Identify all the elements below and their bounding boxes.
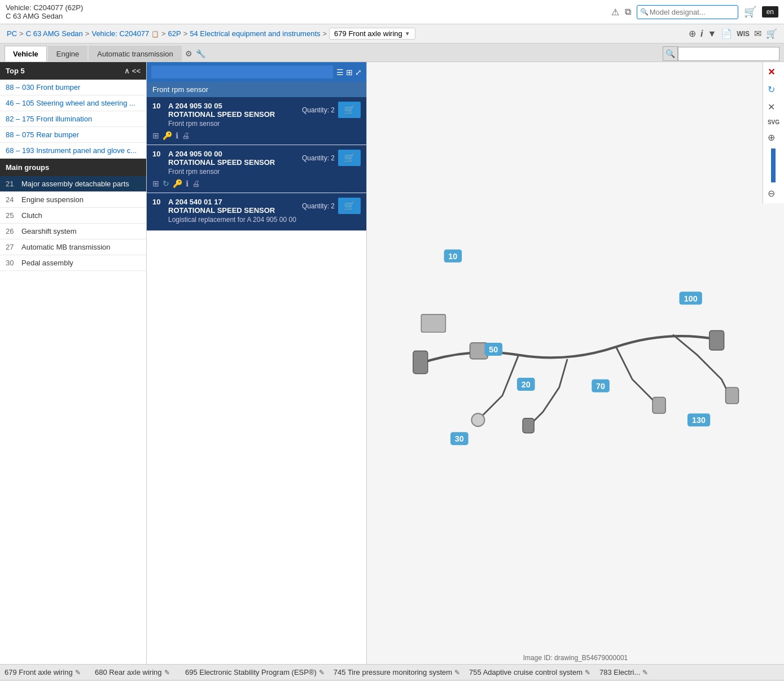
group-item-30[interactable]: 30 Pedal assembly (0, 255, 146, 271)
diagram-refresh-icon[interactable]: ↻ (765, 82, 782, 97)
diagram-zoom-out-icon[interactable]: ⊖ (765, 186, 782, 201)
header-cart-icon[interactable]: 🛒 (744, 6, 756, 18)
diagram-area: ✕ ↻ ✕ SVG ⊕ ⊖ (367, 62, 784, 664)
breadcrumb-dropdown-icon[interactable]: ▼ (405, 30, 410, 37)
thumbnails-section: 679 Front axle wiring ✎ 680 Rear axle wi… (0, 664, 784, 681)
diagram-svg-icon[interactable]: SVG (765, 117, 782, 128)
print-icon-2[interactable]: 🖨 (192, 179, 200, 188)
wrench-icon[interactable]: 🔧 (196, 49, 205, 58)
warning-icon[interactable]: ⚠ (611, 7, 619, 18)
edit-icon-680[interactable]: ✎ (164, 669, 170, 676)
top5-header: Top 5 ∧ << (0, 62, 146, 80)
tab-engine[interactable]: Engine (48, 46, 87, 62)
info-icon[interactable]: i (700, 29, 703, 39)
top5-item-5[interactable]: 68 – 193 Instrument panel and glove c... (0, 143, 146, 159)
part-item-1[interactable]: 10 A 204 905 30 05 ROTATIONAL SPEED SENS… (147, 97, 366, 145)
zoom-in-icon[interactable]: ⊕ (689, 28, 696, 39)
top5-item-2[interactable]: 46 – 105 Steering wheel and steering ... (0, 95, 146, 111)
breadcrumb-toolbar: ⊕ i ▼ 📄 WIS ✉ 🛒 (689, 28, 777, 39)
diagram-close-btn[interactable]: ✕ (765, 64, 782, 80)
edit-icon-783[interactable]: ✎ (642, 669, 648, 676)
part-item-3[interactable]: 10 A 204 540 01 17 ROTATIONAL SPEED SENS… (147, 193, 366, 231)
collapse-icons[interactable]: ∧ << (124, 67, 141, 75)
key-icon-2[interactable]: 🔑 (173, 179, 182, 188)
svg-text:70: 70 (596, 382, 605, 391)
thumbnail-label-680[interactable]: 680 Rear axle wiring ✎ (90, 667, 181, 678)
svg-rect-0 (413, 351, 428, 373)
top5-item-3[interactable]: 82 – 175 Front illumination (0, 111, 146, 127)
filter-icon[interactable]: ▼ (707, 29, 716, 39)
settings-icon[interactable]: ⚙ (185, 49, 192, 58)
edit-icon-745[interactable]: ✎ (454, 669, 460, 676)
wis-icon[interactable]: WIS (737, 30, 750, 38)
tab-auto-trans[interactable]: Automatic transmission (89, 46, 181, 62)
expand-icon[interactable]: ⤢ (355, 68, 362, 77)
parts-list: ☰ ⊞ ⤢ Front rpm sensor 10 A 204 905 30 0… (147, 62, 367, 664)
breadcrumb-model[interactable]: C 63 AMG Sedan (26, 29, 83, 38)
info-icon-1[interactable]: ℹ (176, 131, 178, 140)
svg-text:50: 50 (489, 345, 498, 354)
svg-rect-4 (523, 418, 534, 433)
header-search-container: 🔍 (637, 5, 738, 19)
mail-icon[interactable]: ✉ (754, 28, 761, 39)
parts-search-input[interactable] (151, 66, 333, 78)
thumbnail-label-755[interactable]: 755 Adaptive cruise control system ✎ (465, 667, 595, 678)
copy-icon[interactable]: ⧉ (625, 7, 631, 17)
diagram-zoom-in-icon[interactable]: ⊕ (765, 130, 782, 145)
thumbnail-label-695[interactable]: 695 Electronic Stability Program (ESP®) … (181, 667, 329, 678)
group-item-25[interactable]: 25 Clutch (0, 208, 146, 224)
svg-text:130: 130 (692, 416, 706, 425)
breadcrumb-62p[interactable]: 62P (168, 29, 181, 38)
group-item-27[interactable]: 27 Automatic MB transmission (0, 239, 146, 255)
refresh-icon-2[interactable]: ↻ (163, 179, 169, 188)
lang-badge[interactable]: en (762, 6, 778, 18)
thumbnail-label-745[interactable]: 745 Tire pressure monitoring system ✎ (329, 667, 465, 678)
svg-rect-5 (652, 397, 665, 413)
breadcrumb-cart-icon[interactable]: 🛒 (766, 28, 777, 39)
grid-view-icon[interactable]: ⊞ (346, 68, 353, 77)
group-item-26[interactable]: 26 Gearshift system (0, 224, 146, 239)
group-item-24[interactable]: 24 Engine suspension (0, 192, 146, 208)
view-icons: ☰ ⊞ ⤢ (336, 68, 362, 77)
add-to-cart-btn-3[interactable]: 🛒 (338, 198, 361, 214)
parts-list-header: ☰ ⊞ ⤢ (147, 62, 366, 82)
diagram-image-id: Image ID: drawing_B54679000001 (367, 652, 784, 664)
breadcrumb-current[interactable]: 679 Front axle wiring ▼ (329, 28, 415, 40)
svg-text:20: 20 (522, 380, 531, 389)
thumbnail-label-783[interactable]: 783 Electri... ✎ (595, 667, 685, 678)
key-icon-1[interactable]: 🔑 (163, 131, 172, 140)
part-item-2[interactable]: 10 A 204 905 00 00 ROTATIONAL SPEED SENS… (147, 145, 366, 193)
tabbar-search-icon[interactable]: 🔍 (663, 46, 678, 61)
top5-item-1[interactable]: 88 – 030 Front bumper (0, 80, 146, 95)
diagram-cross-icon[interactable]: ✕ (765, 99, 782, 115)
header-search-input[interactable] (637, 5, 738, 19)
tabbar: Vehicle Engine Automatic transmission ⚙ … (0, 43, 784, 62)
thumbnail-label-679[interactable]: 679 Front axle wiring ✎ (0, 667, 90, 678)
print-icon-1[interactable]: 🖨 (182, 131, 190, 140)
svg-text:100: 100 (684, 294, 698, 303)
breadcrumb-pc[interactable]: PC (7, 29, 17, 38)
top5-item-4[interactable]: 88 – 075 Rear bumper (0, 127, 146, 143)
edit-icon-679[interactable]: ✎ (75, 669, 81, 676)
tabbar-search: 🔍 (663, 46, 779, 61)
add-to-cart-btn-2[interactable]: 🛒 (338, 150, 361, 166)
table-icon-2[interactable]: ⊞ (152, 179, 159, 188)
table-icon-1[interactable]: ⊞ (152, 131, 159, 140)
tab-vehicle[interactable]: Vehicle (5, 46, 47, 62)
group-item-21[interactable]: 21 Major assembly detachable parts (0, 176, 146, 192)
breadcrumb-electrical[interactable]: 54 Electrical equipment and instruments (190, 29, 320, 38)
breadcrumb-vehicle[interactable]: Vehicle: C204077 📋 (91, 29, 159, 38)
top5-title: Top 5 (6, 67, 25, 75)
edit-icon-755[interactable]: ✎ (585, 669, 590, 676)
info-icon-2[interactable]: ℹ (186, 179, 189, 188)
tabbar-search-input[interactable] (678, 47, 779, 61)
list-view-icon[interactable]: ☰ (336, 68, 344, 77)
svg-text:10: 10 (448, 252, 457, 261)
part-item-1-icons: ⊞ 🔑 ℹ 🖨 (152, 131, 361, 140)
model-label: C 63 AMG Sedan (6, 12, 83, 20)
edit-icon-695[interactable]: ✎ (319, 669, 325, 676)
diagram-tools: ✕ ↻ ✕ SVG ⊕ ⊖ (763, 62, 784, 203)
doc-icon[interactable]: 📄 (721, 28, 732, 39)
part-item-2-icons: ⊞ ↻ 🔑 ℹ 🖨 (152, 179, 361, 188)
add-to-cart-btn-1[interactable]: 🛒 (338, 102, 361, 118)
